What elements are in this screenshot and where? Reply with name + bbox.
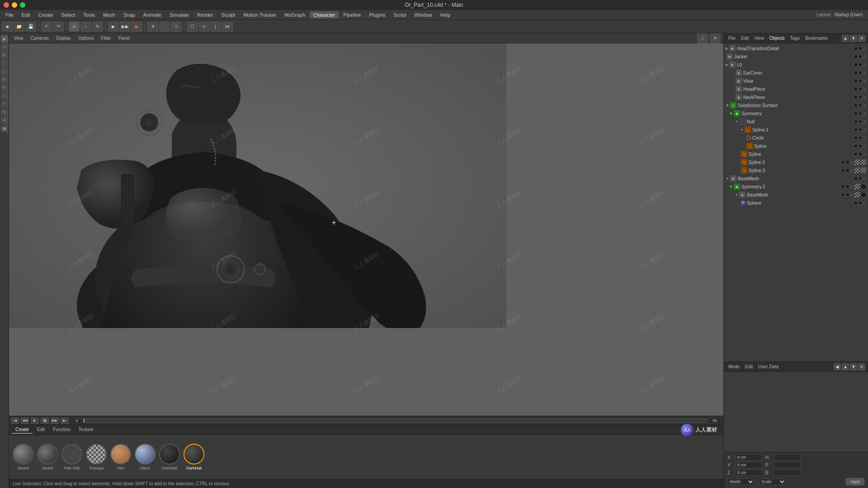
apply-button[interactable]: Apply (846, 478, 864, 485)
mat-transpa[interactable]: Transpa (86, 444, 107, 470)
props-tab-mode[interactable]: Mode (726, 363, 741, 370)
toolbar-move[interactable]: ⊕ (69, 22, 80, 32)
toolbar-render[interactable]: ▶ (108, 22, 119, 32)
tree-render-dot[interactable] (859, 71, 862, 75)
toolbar-open[interactable]: 📁 (14, 22, 24, 32)
vp-view[interactable]: View (12, 35, 25, 41)
props-btn2[interactable]: ▼ (850, 363, 857, 371)
menu-simulate[interactable]: Simulate (166, 11, 193, 19)
menu-snap[interactable]: Snap (120, 11, 139, 19)
toolbar-sky[interactable]: ☉ (171, 22, 182, 32)
tool-select[interactable]: ▶ (1, 35, 8, 42)
tool-magnet[interactable]: ⸻ (1, 92, 8, 99)
right-tab-tags[interactable]: Tags (788, 35, 802, 42)
tree-visibility-dot[interactable] (854, 152, 858, 156)
menu-script[interactable]: Script (390, 11, 410, 19)
tree-item-neckpiece[interactable]: ■ NeckPiece ✓ (724, 93, 868, 101)
tool-bridge[interactable]: ↷ (1, 108, 8, 116)
menu-tools[interactable]: Tools (80, 11, 99, 19)
menu-render[interactable]: Render (193, 11, 217, 19)
tree-item-jacket[interactable]: ■ Jacket ✓ (724, 52, 868, 61)
toolbar-cam[interactable]: 🎥 (159, 22, 170, 32)
tree-visibility-dot[interactable] (854, 55, 858, 58)
mat-tab-create[interactable]: Create (12, 426, 33, 434)
tree-item-headpiece[interactable]: ■ HeadPiece ✓ (724, 85, 868, 93)
viewport-3d[interactable]: Perspective (9, 43, 723, 416)
tree-render-dot[interactable] (859, 79, 862, 83)
vp-display[interactable]: Display (54, 35, 73, 41)
mat-jacket2[interactable]: Jacket (37, 444, 58, 470)
coord-scale-select[interactable]: Scale (759, 479, 786, 485)
props-btn-prev[interactable]: ◀ (834, 363, 841, 371)
tree-render-dot[interactable] (859, 47, 862, 50)
close-button[interactable] (4, 2, 9, 8)
tree-visibility-dot[interactable] (841, 160, 845, 164)
right-tab-bookmarks[interactable]: Bookmarks (803, 35, 830, 42)
tool-knife[interactable]: ✎ (1, 84, 8, 91)
timeline-prev[interactable]: ◀◀ (21, 418, 29, 424)
timeline-play[interactable]: ▶ (31, 418, 39, 424)
right-tab-edit[interactable]: Edit (739, 35, 750, 42)
object-tree[interactable]: ▶ ■ HeadTransitionDetail ✓ ■ Jacket (724, 43, 868, 361)
menu-mograph[interactable]: MoGraph (281, 11, 309, 19)
right-tab-file[interactable]: File (726, 35, 737, 42)
tree-visibility-dot[interactable] (854, 136, 858, 140)
mat-tab-texture[interactable]: Texture (75, 426, 97, 434)
maximize-button[interactable] (20, 2, 25, 8)
menu-animate[interactable]: Animate (140, 11, 165, 19)
menu-edit[interactable]: Edit (18, 11, 34, 19)
toolbar-nurbs[interactable]: ⌊ (210, 22, 221, 32)
menu-help[interactable]: Help (437, 11, 454, 19)
tree-render-dot[interactable] (859, 120, 862, 123)
toolbar-scale[interactable]: ↕ (80, 22, 91, 32)
toolbar-render3[interactable]: ▶ (132, 22, 142, 32)
tool-select2[interactable]: □ (1, 68, 8, 75)
timeline-stop[interactable]: ▮▮ (41, 418, 49, 424)
tree-render-dot[interactable] (859, 112, 862, 115)
tool-bevel[interactable]: ▩ (1, 125, 8, 132)
rp-btn3[interactable]: ✕ (858, 35, 865, 42)
rp-btn1[interactable]: ▲ (842, 35, 849, 42)
tool-rotate[interactable]: ↻ (1, 52, 8, 59)
menu-window[interactable]: Window (411, 11, 436, 19)
tool-scale[interactable]: ↕ (1, 60, 8, 67)
timeline-end[interactable]: ▶| (61, 418, 69, 424)
coord-x-input[interactable] (736, 454, 763, 460)
menu-motiontracker[interactable]: Motion Tracker (240, 11, 280, 19)
tree-item-sphere[interactable]: Sphere ✓ (724, 199, 868, 207)
tree-item-earcover[interactable]: ■ EarCover ✓ (724, 69, 868, 77)
tree-item-symmetry3[interactable]: ▼ ◆ Symmetry.3 ✓ (724, 183, 868, 191)
mat-darkmat2[interactable]: DarkMat (184, 444, 204, 470)
toolbar-deform[interactable]: ⋈ (222, 22, 233, 32)
vp-close[interactable]: ✕ (710, 33, 721, 43)
tree-render-dot[interactable] (859, 55, 862, 58)
timeline-frame[interactable]: 0 (72, 418, 81, 424)
tree-visibility-dot[interactable] (854, 63, 858, 66)
tree-render-dot[interactable] (859, 152, 862, 156)
menu-select[interactable]: Select (58, 11, 79, 19)
tree-visibility-dot[interactable] (854, 71, 858, 75)
props-tab-userdata[interactable]: User Data (756, 363, 780, 370)
tree-item-subdivisionsurface[interactable]: ▼ ⊙ Subdivision Surface ✓ (724, 101, 868, 109)
tree-render-dot[interactable] (859, 128, 862, 131)
tree-visibility-dot[interactable] (854, 47, 858, 50)
mat-tab-function[interactable]: Function (49, 426, 74, 434)
timeline-next[interactable]: ▶▶ (51, 418, 59, 424)
toolbar-new[interactable]: ■ (2, 22, 13, 32)
toolbar-save[interactable]: 💾 (25, 22, 36, 32)
timeline-end-frame[interactable]: 90 (708, 418, 722, 424)
right-tab-view[interactable]: View (752, 35, 766, 42)
tree-item-basemesh2[interactable]: ▼ ■ BaseMesh ✓ (724, 191, 868, 199)
tree-visibility-dot[interactable] (854, 103, 858, 107)
toolbar-redo[interactable]: ↷ (53, 22, 64, 32)
timeline-bar[interactable] (83, 418, 706, 423)
toolbar-undo[interactable]: ↶ (41, 22, 52, 32)
tool-extrude[interactable]: ⇡ (1, 100, 8, 108)
tree-render-dot[interactable] (846, 185, 849, 188)
menu-character[interactable]: Character (310, 11, 339, 19)
mat-darkmat1[interactable]: DarkMat (159, 444, 180, 470)
tree-visibility-dot[interactable] (841, 169, 845, 172)
tree-item-circle[interactable]: Circle ✓ (724, 134, 868, 142)
mat-hairmat[interactable]: Hair Mat (61, 444, 82, 470)
toolbar-light[interactable]: ☀ (147, 22, 158, 32)
